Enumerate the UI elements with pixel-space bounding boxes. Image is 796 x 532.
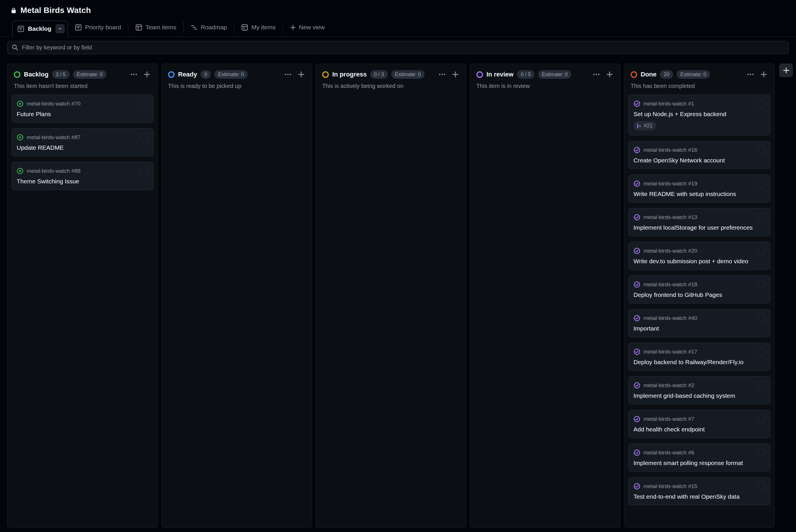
card-header-row: metal-birds-watch #6 [633,448,765,457]
column-add-item-button[interactable] [450,69,461,80]
card-title[interactable]: Important [633,325,765,332]
card-title[interactable]: Update README [17,144,149,151]
card[interactable]: metal-birds-watch #13 Implement localSto… [628,208,771,236]
avatar[interactable] [757,213,765,222]
card-title[interactable]: Future Plans [17,111,149,117]
card[interactable]: metal-birds-watch #15 Test end-to-end wi… [628,477,771,505]
column-cards[interactable]: metal-birds-watch #1 Set up Node.js + Ex… [624,94,774,528]
card-repo: metal-birds-watch #16 [644,147,697,153]
column-cards[interactable] [162,94,312,528]
column-cards[interactable] [316,94,466,528]
card[interactable]: metal-birds-watch #2 Implement grid-base… [628,376,771,404]
column-cards[interactable]: metal-birds-watch #70 Future Plans metal… [7,94,158,528]
avatar[interactable] [757,347,765,356]
issue-closed-icon [633,449,640,456]
column-menu-button[interactable] [591,69,602,80]
column-actions [591,69,615,80]
card-title[interactable]: Write README with setup instructions [633,191,765,197]
new-view-button[interactable]: New view [283,21,332,34]
card-title[interactable]: Theme Switching Issue [17,178,149,185]
app-header: Metal Birds Watch [0,0,796,18]
card-repo: metal-birds-watch #70 [27,100,80,107]
card-title[interactable]: Set up Node.js + Express backend [633,111,765,117]
avatar[interactable] [757,314,765,322]
avatar[interactable] [757,448,765,457]
card-title[interactable]: Add health check endpoint [633,426,765,433]
card[interactable]: metal-birds-watch #18 Deploy frontend to… [628,276,771,304]
card-header-row: metal-birds-watch #1 [633,99,765,108]
avatar[interactable] [757,146,765,154]
column-count-badge: 20 [660,70,673,79]
view-tabs: Backlog Priority board Team items Roa [0,18,796,37]
card[interactable]: metal-birds-watch #87 Update README [12,128,153,156]
avatar[interactable] [140,133,149,142]
column-menu-button[interactable] [128,69,139,80]
project-board-page: Metal Birds Watch Backlog Priority board [0,0,796,532]
card-repo: metal-birds-watch #2 [644,382,694,388]
card-title[interactable]: Create OpenSky Network account [633,157,765,164]
card[interactable]: metal-birds-watch #40 Important [628,309,771,337]
column-count-badge: 0 / 3 [370,70,388,79]
card[interactable]: metal-birds-watch #70 Future Plans [12,95,153,123]
filter-input[interactable] [7,41,789,54]
tab-label: Team items [146,24,176,31]
column-cards[interactable] [470,94,620,528]
card[interactable]: metal-birds-watch #6 Implement smart pol… [628,443,771,472]
avatar[interactable] [757,415,765,423]
card-header-row: metal-birds-watch #7 [633,415,765,423]
card[interactable]: metal-birds-watch #16 Create OpenSky Net… [628,141,771,169]
column-estimate-badge: Estimate: 0 [391,70,424,79]
card-repo: metal-birds-watch #40 [644,315,697,321]
card-title[interactable]: Test end-to-end with real OpenSky data [633,493,765,500]
filter-bar [7,41,789,54]
add-column-button[interactable] [779,63,793,77]
avatar[interactable] [757,179,765,188]
card-title[interactable]: Deploy backend to Railway/Render/Fly.io [633,359,765,366]
card-title[interactable]: Deploy frontend to GitHub Pages [633,291,765,298]
tab-roadmap[interactable]: Roadmap [183,21,234,34]
avatar[interactable] [757,381,765,390]
column-status-icon [168,71,175,78]
avatar[interactable] [140,99,149,108]
column-estimate-badge: Estimate: 0 [214,70,248,79]
column-add-item-button[interactable] [142,69,152,80]
column-add-item-button[interactable] [604,69,615,80]
view-menu-chevron-button[interactable] [55,24,65,33]
card[interactable]: metal-birds-watch #1 Set up Node.js + Ex… [628,95,771,135]
card[interactable]: metal-birds-watch #7 Add health check en… [628,410,771,438]
card-header-row: metal-birds-watch #88 [17,166,149,175]
column-menu-button[interactable] [745,69,756,80]
column-add-item-button[interactable] [296,69,307,80]
issue-closed-icon [633,315,640,322]
card-title[interactable]: Implement localStorage for user preferen… [633,224,765,231]
card-title[interactable]: Write dev.to submission post + demo vide… [633,258,765,265]
card[interactable]: metal-birds-watch #19 Write README with … [628,174,771,203]
table-icon [241,24,248,31]
pr-badge[interactable]: #21 [633,121,765,130]
avatar[interactable] [757,99,765,108]
card[interactable]: metal-birds-watch #88 Theme Switching Is… [12,162,153,190]
card-header-row: metal-birds-watch #17 [633,347,765,356]
card-header-row: metal-birds-watch #16 [633,146,765,154]
avatar[interactable] [757,246,765,255]
tab-my-items[interactable]: My items [234,21,283,34]
card-title[interactable]: Implement grid-based caching system [633,392,765,399]
column-menu-button[interactable] [437,69,448,80]
column-header: In progress 0 / 3 Estimate: 0 [316,64,466,82]
column-name: Ready [178,71,197,78]
project-icon [17,25,24,33]
tab-team-items[interactable]: Team items [128,21,183,34]
column-add-item-button[interactable] [758,69,769,80]
tab-priority-board[interactable]: Priority board [68,21,128,34]
column-name: In review [486,71,513,78]
avatar[interactable] [140,166,149,175]
card[interactable]: metal-birds-watch #17 Deploy backend to … [628,343,771,371]
issue-closed-icon [633,147,640,153]
chevron-down-icon [57,26,63,31]
tab-backlog-active[interactable]: Backlog [12,21,68,37]
column-menu-button[interactable] [283,69,293,80]
card-title[interactable]: Implement smart polling response format [633,460,765,467]
card[interactable]: metal-birds-watch #20 Write dev.to submi… [628,242,771,270]
avatar[interactable] [757,482,765,491]
avatar[interactable] [757,280,765,289]
